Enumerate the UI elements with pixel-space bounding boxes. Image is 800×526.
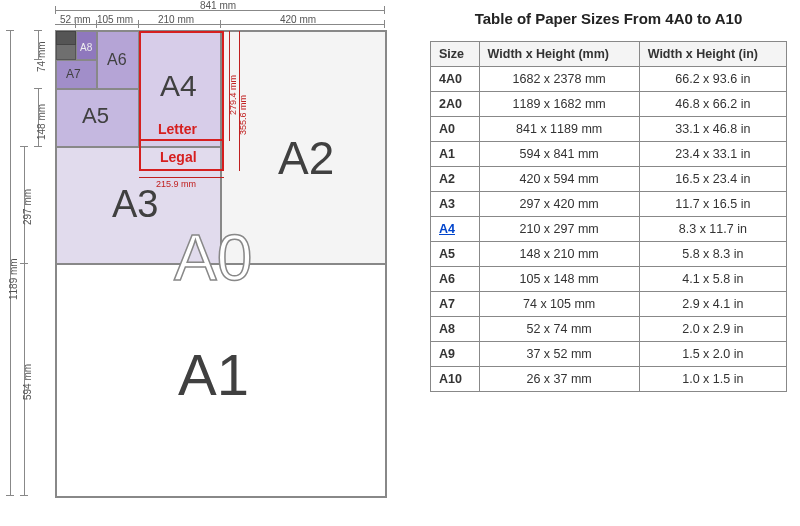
a8-box: [76, 31, 97, 60]
dim-legal-h: [239, 31, 240, 171]
cell-mm: 297 x 420 mm: [479, 192, 639, 217]
tick: [220, 20, 221, 28]
tick: [20, 146, 28, 147]
cell-size: A8: [431, 317, 480, 342]
cell-size: A5: [431, 242, 480, 267]
col-size: Size: [431, 42, 480, 67]
cell-in: 16.5 x 23.4 in: [639, 167, 786, 192]
cell-size: A1: [431, 142, 480, 167]
tick: [34, 30, 42, 31]
table-row: 2A01189 x 1682 mm46.8 x 66.2 in: [431, 92, 787, 117]
cell-mm: 1189 x 1682 mm: [479, 92, 639, 117]
cell-in: 11.7 x 16.5 in: [639, 192, 786, 217]
tick: [75, 20, 76, 28]
cell-in: 23.4 x 33.1 in: [639, 142, 786, 167]
tick: [6, 30, 14, 31]
cell-mm: 841 x 1189 mm: [479, 117, 639, 142]
table-row: 4A01682 x 2378 mm66.2 x 93.6 in: [431, 67, 787, 92]
tick: [34, 88, 42, 89]
tick: [384, 20, 385, 28]
cell-in: 46.8 x 66.2 in: [639, 92, 786, 117]
cell-in: 2.9 x 4.1 in: [639, 292, 786, 317]
table-row: A0841 x 1189 mm33.1 x 46.8 in: [431, 117, 787, 142]
cell-in: 8.3 x 11.7 in: [639, 217, 786, 242]
cell-mm: 52 x 74 mm: [479, 317, 639, 342]
paper-size-table: Size Width x Height (mm) Width x Height …: [430, 41, 787, 392]
table-row: A4210 x 297 mm8.3 x 11.7 in: [431, 217, 787, 242]
cell-mm: 74 x 105 mm: [479, 292, 639, 317]
cell-mm: 1682 x 2378 mm: [479, 67, 639, 92]
tick: [20, 263, 28, 264]
cell-in: 66.2 x 93.6 in: [639, 67, 786, 92]
a5-box: [56, 89, 139, 147]
cell-size: A9: [431, 342, 480, 367]
table-row: A6105 x 148 mm4.1 x 5.8 in: [431, 267, 787, 292]
table-row: A852 x 74 mm2.0 x 2.9 in: [431, 317, 787, 342]
cell-in: 4.1 x 5.8 in: [639, 267, 786, 292]
a1-box: [56, 264, 386, 497]
dim-148: 148 mm: [36, 104, 47, 140]
table-title: Table of Paper Sizes From 4A0 to A10: [430, 10, 787, 27]
a6-box: [97, 31, 139, 89]
size-link[interactable]: A4: [439, 222, 455, 236]
cell-mm: 105 x 148 mm: [479, 267, 639, 292]
cell-size: A7: [431, 292, 480, 317]
cell-size: A6: [431, 267, 480, 292]
a7-box: [56, 60, 97, 89]
cell-in: 33.1 x 46.8 in: [639, 117, 786, 142]
cell-size: 2A0: [431, 92, 480, 117]
a10-box: [56, 31, 76, 45]
cell-size: A3: [431, 192, 480, 217]
dim-line-105: [96, 24, 138, 25]
dim-letter-w: [139, 177, 224, 178]
cell-mm: 420 x 594 mm: [479, 167, 639, 192]
table-row: A3297 x 420 mm11.7 x 16.5 in: [431, 192, 787, 217]
tick: [138, 20, 139, 28]
tick: [20, 495, 28, 496]
legal-box: [139, 31, 224, 171]
table-row: A1594 x 841 mm23.4 x 33.1 in: [431, 142, 787, 167]
table-row: A1026 x 37 mm1.0 x 1.5 in: [431, 367, 787, 392]
a0-box: A8 A7 A6 A5 A4 Letter Legal A3 A2 A0 A1 …: [55, 30, 387, 498]
cell-in: 5.8 x 8.3 in: [639, 242, 786, 267]
dim-74: 74 mm: [36, 41, 47, 72]
cell-mm: 210 x 297 mm: [479, 217, 639, 242]
cell-size: A2: [431, 167, 480, 192]
cell-size: A0: [431, 117, 480, 142]
table-row: A937 x 52 mm1.5 x 2.0 in: [431, 342, 787, 367]
col-mm: Width x Height (mm): [479, 42, 639, 67]
table-header-row: Size Width x Height (mm) Width x Height …: [431, 42, 787, 67]
dim-594: 594 mm: [22, 364, 33, 400]
cell-size: 4A0: [431, 67, 480, 92]
tick: [34, 146, 42, 147]
tick: [6, 495, 14, 496]
tick: [55, 6, 56, 14]
dim-1189: 1189 mm: [8, 258, 19, 300]
table-section: Table of Paper Sizes From 4A0 to A10 Siz…: [430, 10, 787, 392]
cell-mm: 594 x 841 mm: [479, 142, 639, 167]
cell-size[interactable]: A4: [431, 217, 480, 242]
cell-size: A10: [431, 367, 480, 392]
table-row: A2420 x 594 mm16.5 x 23.4 in: [431, 167, 787, 192]
cell-mm: 26 x 37 mm: [479, 367, 639, 392]
tick: [384, 6, 385, 14]
cell-mm: 148 x 210 mm: [479, 242, 639, 267]
table-row: A5148 x 210 mm5.8 x 8.3 in: [431, 242, 787, 267]
dim-420: 420 mm: [280, 14, 316, 25]
tick: [96, 20, 97, 28]
col-in: Width x Height (in): [639, 42, 786, 67]
cell-in: 2.0 x 2.9 in: [639, 317, 786, 342]
a2-box: [221, 31, 386, 264]
dim-297: 297 mm: [22, 189, 33, 225]
dim-letter-h: [229, 31, 230, 141]
dim-210: 210 mm: [158, 14, 194, 25]
cell-in: 1.0 x 1.5 in: [639, 367, 786, 392]
dim-841: 841 mm: [200, 0, 236, 11]
cell-in: 1.5 x 2.0 in: [639, 342, 786, 367]
cell-mm: 37 x 52 mm: [479, 342, 639, 367]
table-row: A774 x 105 mm2.9 x 4.1 in: [431, 292, 787, 317]
